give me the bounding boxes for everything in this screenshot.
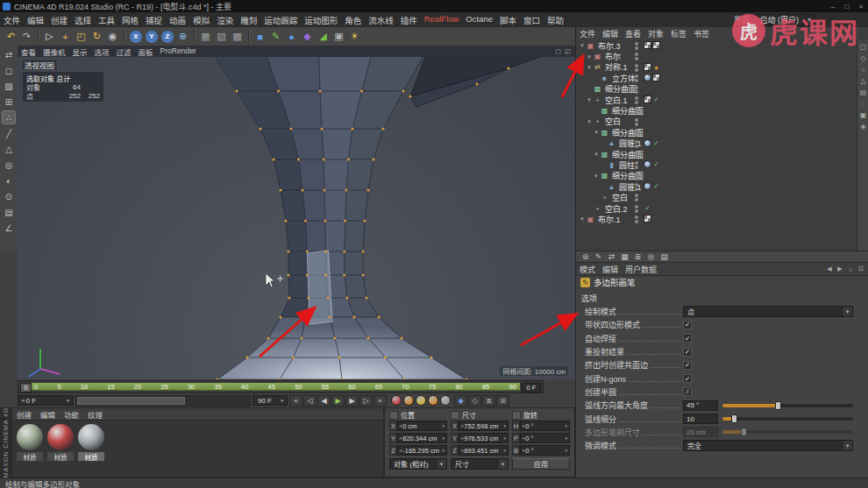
om-grid-icon[interactable]: ▦	[619, 251, 630, 262]
object-row[interactable]: +空白.2✓	[576, 203, 857, 214]
polygons-mode-icon[interactable]: △	[2, 142, 16, 156]
om-mode-icon[interactable]: ⊚	[580, 251, 591, 262]
创建半圆-checkbox[interactable]: ✗	[683, 387, 692, 396]
current-frame-field[interactable]: 0 F	[522, 383, 541, 393]
coord-system-icon[interactable]: ⊕	[175, 29, 190, 44]
points-mode-icon[interactable]: ∴	[2, 110, 16, 124]
位置-X-field[interactable]: ◂0 cm▸	[397, 421, 447, 431]
object-manager-menu-item-0[interactable]: 文件	[576, 28, 599, 39]
strip-square-icon[interactable]: ▣	[858, 110, 868, 120]
visibility-dots[interactable]	[635, 183, 639, 192]
last-tool-icon[interactable]: ◉	[105, 29, 120, 44]
menu-item-7[interactable]: 动画	[166, 14, 189, 26]
expand-icon[interactable]: ▾	[593, 151, 600, 158]
menu-item-0[interactable]: 文件	[0, 14, 24, 26]
visibility-dots[interactable]	[635, 96, 639, 105]
add-camera-button[interactable]: ▣	[331, 29, 346, 44]
workplane-lock-icon[interactable]: ▤	[2, 205, 16, 219]
menu-item-5[interactable]: 网格	[118, 14, 142, 26]
attr-forward-icon[interactable]: ▶	[835, 265, 845, 274]
prev-key-button[interactable]: ◁	[303, 395, 317, 407]
stepper-right-icon[interactable]: ▸	[443, 447, 445, 454]
旋转-B-field[interactable]: ◂0 °▸	[520, 445, 570, 456]
object-label[interactable]: 对称.1	[605, 61, 628, 73]
lock-icon[interactable]	[512, 411, 521, 420]
attr-search-icon[interactable]: ○	[845, 265, 856, 274]
record-keyframe-button[interactable]	[391, 395, 402, 406]
object-label[interactable]: 细分曲面	[605, 83, 637, 95]
object-label[interactable]: 圆柱	[619, 159, 635, 171]
object-manager-menu-item-5[interactable]: 书签	[690, 28, 713, 39]
strip-gem-icon[interactable]: ◈	[858, 122, 868, 131]
menu-item-16[interactable]: RealFlow	[421, 14, 463, 26]
record-position-button[interactable]	[403, 395, 414, 406]
object-label[interactable]: 立方体	[612, 73, 636, 84]
x-axis-lock-button[interactable]: X	[130, 31, 142, 43]
弧线方向最大角度-value-field[interactable]: 45 °	[683, 400, 718, 411]
expand-icon[interactable]: ▾	[593, 173, 600, 180]
material-item-0[interactable]: 材质	[16, 424, 44, 461]
check-tag-icon[interactable]: ✓	[652, 139, 660, 147]
尺寸-X-field[interactable]: ◂752.598 cm▸	[459, 421, 509, 431]
visibility-dots[interactable]	[635, 107, 639, 116]
timeline-ruler[interactable]: 051015202530354045505560657075808590 0 0…	[18, 380, 544, 393]
frame-tick-50[interactable]: 50	[295, 383, 302, 391]
visibility-dots[interactable]	[635, 86, 639, 95]
end-frame-field[interactable]: 90 F ▸	[253, 395, 288, 406]
attribute-menu-item-2[interactable]: 用户数据	[622, 264, 660, 275]
tex-tag-icon[interactable]	[644, 215, 651, 223]
尺寸-Z-field[interactable]: ◂893.451 cm▸	[459, 445, 509, 456]
object-label[interactable]: 空白	[612, 192, 628, 203]
viewport-solo-icon[interactable]: ◐	[2, 173, 16, 187]
frame-tick-55[interactable]: 55	[322, 383, 329, 391]
menu-item-12[interactable]: 运动图形	[301, 14, 341, 26]
弧线方向最大角度-slider[interactable]	[722, 404, 853, 407]
om-target-icon[interactable]: ◎	[645, 251, 657, 262]
phong-tag-icon[interactable]	[644, 182, 651, 190]
lock-icon[interactable]	[451, 411, 459, 420]
goto-end-button[interactable]: »	[374, 395, 387, 407]
tex-tag-icon[interactable]	[644, 41, 651, 49]
menu-item-6[interactable]: 捕捉	[142, 14, 166, 26]
menu-item-17[interactable]: Octane	[462, 14, 496, 26]
位置-Y-field[interactable]: ◂820.344 cm▸	[397, 433, 447, 443]
visibility-dots[interactable]	[635, 64, 639, 73]
strip-triangle-icon[interactable]: △	[858, 76, 868, 86]
material-item-2[interactable]: 材质	[77, 424, 105, 461]
menu-item-13[interactable]: 角色	[341, 14, 365, 26]
object-label[interactable]: 空白.2	[605, 203, 628, 215]
frame-tick-80[interactable]: 80	[455, 383, 462, 391]
play-button[interactable]: ▶	[331, 395, 345, 407]
弧线细分-value-field[interactable]: 10	[683, 414, 718, 424]
material-sphere[interactable]	[17, 424, 43, 450]
object-row[interactable]: ▾▩细分曲面	[576, 127, 857, 138]
stepper-right-icon[interactable]: ▸	[443, 422, 445, 429]
object-row[interactable]: ▾+空白.1✓	[576, 95, 857, 105]
timeline-scroll-thumb[interactable]	[77, 397, 185, 405]
visibility-dots[interactable]	[635, 194, 639, 202]
弧线细分-slider[interactable]	[722, 417, 853, 421]
object-row[interactable]: +空白	[576, 192, 857, 202]
尺寸-Y-field[interactable]: ◂976.533 cm▸	[459, 433, 509, 443]
close-button[interactable]: ×	[854, 1, 868, 12]
add-cube-button[interactable]: ■	[253, 29, 267, 44]
stepper-right-icon[interactable]: ▸	[566, 435, 568, 442]
object-manager-menu-item-3[interactable]: 对象	[644, 28, 667, 39]
make-editable-icon[interactable]: ⇄	[2, 47, 16, 61]
check-tag-icon[interactable]: ✓	[652, 160, 660, 168]
创建N-gons-checkbox[interactable]: ✓	[683, 374, 692, 383]
minimize-button[interactable]: –	[826, 1, 840, 12]
material-menu-item-1[interactable]: 编辑	[36, 409, 60, 420]
object-label[interactable]: 空白.1	[605, 95, 628, 106]
timeline-scrollbar[interactable]	[75, 395, 251, 407]
live-selection-icon[interactable]: ▷	[42, 29, 57, 44]
tex-tag-icon[interactable]	[644, 95, 651, 103]
menu-item-4[interactable]: 工具	[95, 14, 118, 26]
current-frame-marker[interactable]: 0	[20, 383, 32, 393]
render-settings-button[interactable]: ▩	[230, 29, 245, 44]
viewport-menu-item-6[interactable]: ProRender	[157, 46, 200, 57]
viewport-maximize-icon[interactable]: ◱	[563, 47, 573, 56]
object-label[interactable]: 布尔	[605, 51, 621, 62]
prev-frame-button[interactable]: ◀	[317, 395, 331, 407]
自动焊接-checkbox[interactable]: ✓	[683, 334, 692, 343]
